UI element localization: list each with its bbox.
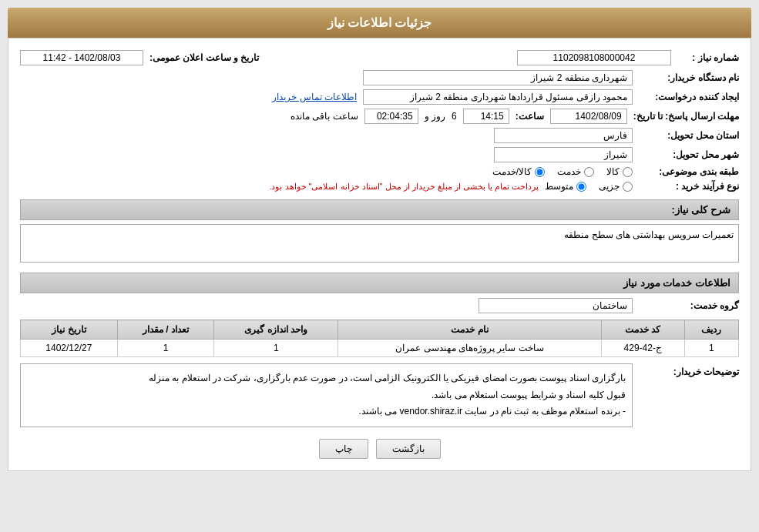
services-table: ردیف کد خدمت نام خدمت واحد اندازه گیری ت… [20,320,739,357]
col-header-code: کد خدمت [601,320,684,340]
category-option-kala[interactable]: کالا [606,166,633,177]
header-title: جزئیات اطلاعات نیاز [327,16,432,29]
buyer-notes-line1: بارگزاری اسناد پیوست بصورت امضای فیزیکی … [27,370,626,387]
announce-date-value: 1402/08/03 - 11:42 [20,50,143,65]
contact-link[interactable]: اطلاعات تماس خریدار [272,92,357,102]
creator-value: محمود رازقی مسئول قراردادها شهرداری منطق… [363,89,633,105]
purchase-type-label: نوع فرآیند خرید : [639,181,739,192]
reply-time-label: ساعت: [516,111,544,122]
need-number-label: شماره نیاز : [677,52,739,63]
buyer-notes-line2: قبول کلیه اسناد و شرایط پیوست استعلام می… [27,387,626,404]
buyer-org-value: شهرداری منطقه 2 شیراز [363,70,633,85]
col-header-row: ردیف [684,320,738,340]
category-option-khedmat[interactable]: خدمت [557,166,594,177]
city-value: شیراز [494,147,633,162]
purchase-type-jozi[interactable]: جزیی [599,181,633,192]
col-header-name: نام خدمت [338,320,601,340]
cell-service-name: ساخت سایر پروژه‌های مهندسی عمران [338,340,601,357]
col-header-date: تاریخ نیاز [21,320,118,340]
print-button[interactable]: چاپ [319,439,368,459]
back-button[interactable]: بازگشت [376,439,441,459]
buyer-notes-box: بارگزاری اسناد پیوست بصورت امضای فیزیکی … [20,363,633,427]
cell-row-num: 1 [684,340,738,357]
cell-date: 1402/12/27 [21,340,118,357]
service-group-label: گروه خدمت: [639,300,739,311]
purchase-type-radio-group: جزیی متوسط [545,181,633,192]
reply-date-value: 1402/08/09 [550,109,627,124]
buyer-notes-label: توضیحات خریدار: [639,363,739,377]
cell-quantity: 1 [117,340,214,357]
services-section-title: اطلاعات خدمات مورد نیاز [20,273,739,293]
buyer-notes-line3: - برنده استعلام موظف به ثبت نام در سایت … [27,403,626,420]
need-number-value: 1102098108000042 [517,50,671,65]
province-label: استان محل تحویل: [639,130,739,141]
footer-buttons: بازگشت چاپ [20,439,739,459]
page-header: جزئیات اطلاعات نیاز [8,8,751,38]
cell-unit: 1 [214,340,338,357]
remaining-time-value: 02:04:35 [364,109,418,124]
need-desc-section-title: شرح کلی نیاز: [20,199,739,220]
city-label: شهر محل تحویل: [639,149,739,160]
need-desc-textarea[interactable] [20,224,739,263]
category-option-kala-khedmat[interactable]: کالا/خدمت [492,166,545,177]
province-value: فارس [494,128,633,143]
category-label: طبقه بندی موضوعی: [639,166,739,177]
reply-time-value: 14:15 [463,109,509,124]
announce-date-label: تاریخ و ساعت اعلان عمومی: [149,52,259,63]
table-row: 1 ج-42-429 ساخت سایر پروژه‌های مهندسی عم… [21,340,739,357]
col-header-unit: واحد اندازه گیری [214,320,338,340]
col-header-qty: تعداد / مقدار [117,320,214,340]
purchase-type-note: پرداخت تمام یا بخشی از مبلغ خریدار از مح… [269,182,539,192]
category-radio-group: کالا خدمت کالا/خدمت [492,166,633,177]
purchase-type-motavasset[interactable]: متوسط [545,181,586,192]
need-desc-label: شرح کلی نیاز: [671,204,730,216]
remaining-days-label: روز و [425,111,445,122]
remaining-time-suffix: ساعت باقی مانده [291,111,358,122]
buyer-org-label: نام دستگاه خریدار: [639,72,739,83]
reply-deadline-label: مهلت ارسال پاسخ: تا تاریخ: [633,111,739,122]
cell-service-code: ج-42-429 [601,340,684,357]
remaining-days-value: 6 [452,111,457,122]
creator-label: ایجاد کننده درخواست: [639,92,739,102]
service-group-value: ساختمان [479,298,633,313]
